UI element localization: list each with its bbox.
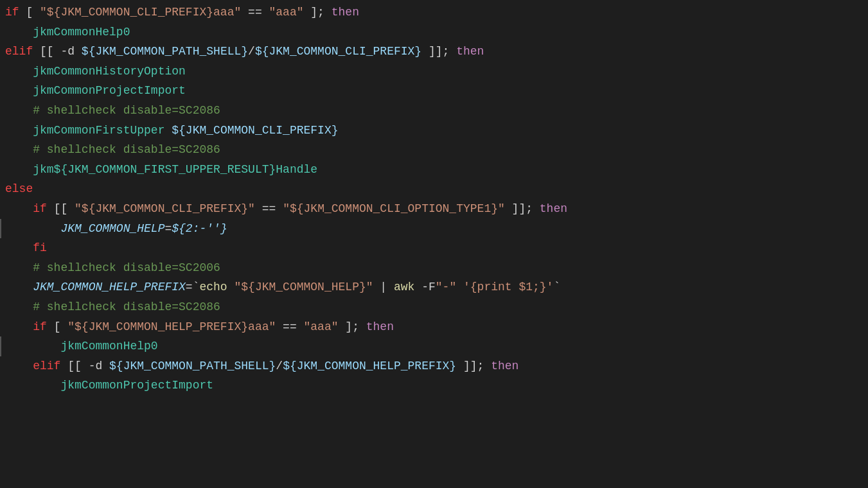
code-line-9: jkm${JKM_COMMON_FIRST_UPPER_RESULT}Handl…	[0, 160, 868, 180]
code-container: if [ "${JKM_COMMON_CLI_PREFIX}aaa" == "a…	[0, 0, 868, 398]
code-line-2: jkmCommonHelp0	[0, 22, 868, 42]
code-line-15: JKM_COMMON_HELP_PREFIX=`echo "${JKM_COMM…	[0, 277, 868, 297]
code-line-5: jkmCommonProjectImport	[0, 81, 868, 101]
code-line-1: if [ "${JKM_COMMON_CLI_PREFIX}aaa" == "a…	[0, 3, 868, 22]
code-line-12: JKM_COMMON_HELP=${2:-''}	[0, 219, 868, 239]
code-line-4: jkmCommonHistoryOption	[0, 62, 868, 82]
code-line-8: # shellcheck disable=SC2086	[0, 140, 868, 160]
code-line-14: # shellcheck disable=SC2006	[0, 258, 868, 278]
code-line-6: # shellcheck disable=SC2086	[0, 101, 868, 121]
code-line-20: jkmCommonProjectImport	[0, 376, 868, 396]
code-line-17: if [ "${JKM_COMMON_HELP_PREFIX}aaa" == "…	[0, 317, 868, 337]
code-line-7: jkmCommonFirstUpper ${JKM_COMMON_CLI_PRE…	[0, 121, 868, 141]
code-line-18: jkmCommonHelp0	[0, 336, 868, 356]
code-line-13: fi	[0, 238, 868, 258]
code-line-19: elif [[ -d ${JKM_COMMON_PATH_SHELL}/${JK…	[0, 356, 868, 376]
code-line-11: if [[ "${JKM_COMMON_CLI_PREFIX}" == "${J…	[0, 199, 868, 219]
code-line-16: # shellcheck disable=SC2086	[0, 297, 868, 317]
code-line-3: elif [[ -d ${JKM_COMMON_PATH_SHELL}/${JK…	[0, 42, 868, 62]
code-line-10: else	[0, 179, 868, 199]
